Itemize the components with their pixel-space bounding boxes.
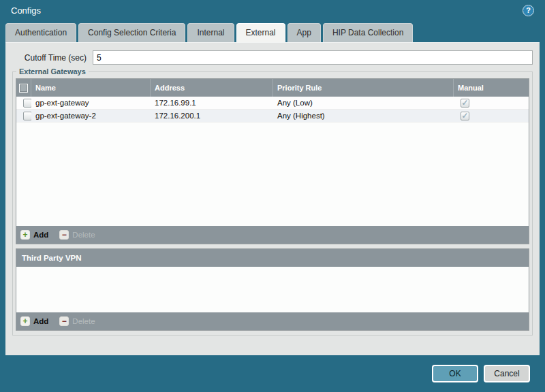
delete-gateway-label: Delete <box>72 231 95 239</box>
tab-app[interactable]: App <box>287 23 321 42</box>
add-vpn-button[interactable]: + Add <box>20 316 48 326</box>
delete-icon: − <box>59 230 69 240</box>
third-party-vpn-toolbar: + Add − Delete <box>16 312 529 330</box>
table-row[interactable]: gp-ext-gateway-2 172.16.200.1 Any (Highe… <box>16 110 529 122</box>
add-icon: + <box>20 230 30 240</box>
third-party-vpn-title: Third Party VPN <box>16 249 529 267</box>
column-header-name[interactable]: Name <box>31 79 151 97</box>
column-header-manual[interactable]: Manual <box>454 79 529 97</box>
table-row[interactable]: gp-ext-gateway 172.16.99.1 Any (Low) ✓ <box>16 97 529 110</box>
cancel-button[interactable]: Cancel <box>484 365 530 382</box>
row-select-cell <box>16 99 31 108</box>
manual-checkbox-checked[interactable]: ✓ <box>461 112 469 120</box>
external-gateways-fieldset: External Gateways Name Address Priority … <box>12 67 533 336</box>
external-gateways-header-row: Name Address Priority Rule Manual <box>16 79 529 97</box>
gateway-manual-cell: ✓ <box>454 99 529 108</box>
add-gateway-label: Add <box>33 231 48 239</box>
external-gateways-empty-area <box>16 122 529 226</box>
third-party-vpn-empty-area <box>16 267 529 312</box>
tab-external[interactable]: External <box>236 23 285 42</box>
gateway-name[interactable]: gp-ext-gateway <box>31 99 151 107</box>
manual-checkbox-checked[interactable]: ✓ <box>461 99 469 108</box>
gateway-priority-rule: Any (Highest) <box>273 112 454 120</box>
tab-internal[interactable]: Internal <box>187 23 234 42</box>
tab-config-selection-criteria[interactable]: Config Selection Criteria <box>78 23 185 42</box>
tab-authentication[interactable]: Authentication <box>5 23 76 42</box>
external-gateways-table: Name Address Priority Rule Manual gp-ext… <box>16 78 529 244</box>
column-header-priority-rule[interactable]: Priority Rule <box>273 79 454 97</box>
delete-vpn-button[interactable]: − Delete <box>59 316 95 326</box>
gateway-priority-rule: Any (Low) <box>273 99 454 107</box>
external-gateways-toolbar: + Add − Delete <box>16 226 529 244</box>
gateway-manual-cell: ✓ <box>454 112 529 120</box>
add-gateway-button[interactable]: + Add <box>20 230 48 240</box>
column-header-address[interactable]: Address <box>151 79 273 97</box>
tab-content-external: Cutoff Time (sec) External Gateways Name… <box>5 42 540 355</box>
third-party-vpn-table: Third Party VPN + Add − Delete <box>16 248 529 331</box>
add-vpn-label: Add <box>33 317 48 325</box>
cutoff-time-input[interactable] <box>93 50 533 65</box>
add-icon: + <box>20 316 30 326</box>
ok-button[interactable]: OK <box>432 365 478 382</box>
select-all-checkbox[interactable] <box>19 84 28 93</box>
gateway-address: 172.16.200.1 <box>151 112 273 120</box>
tab-hip-data-collection[interactable]: HIP Data Collection <box>323 23 414 42</box>
delete-vpn-label: Delete <box>72 317 95 325</box>
delete-gateway-button[interactable]: − Delete <box>59 230 95 240</box>
row-checkbox[interactable] <box>23 112 32 120</box>
tab-bar: Authentication Config Selection Criteria… <box>0 20 545 42</box>
external-gateways-legend: External Gateways <box>16 67 89 76</box>
delete-icon: − <box>59 316 69 326</box>
cutoff-time-label: Cutoff Time (sec) <box>12 53 93 63</box>
dialog-title: Configs <box>11 5 41 16</box>
help-icon[interactable]: ? <box>523 5 534 16</box>
dialog-footer: OK Cancel <box>0 355 545 392</box>
row-select-cell <box>16 112 31 120</box>
select-all-cell <box>16 79 31 97</box>
cutoff-time-row: Cutoff Time (sec) <box>12 50 533 65</box>
row-checkbox[interactable] <box>23 99 32 108</box>
gateway-name[interactable]: gp-ext-gateway-2 <box>31 112 151 120</box>
dialog-titlebar: Configs ? <box>0 0 545 20</box>
gateway-address: 172.16.99.1 <box>151 99 273 107</box>
